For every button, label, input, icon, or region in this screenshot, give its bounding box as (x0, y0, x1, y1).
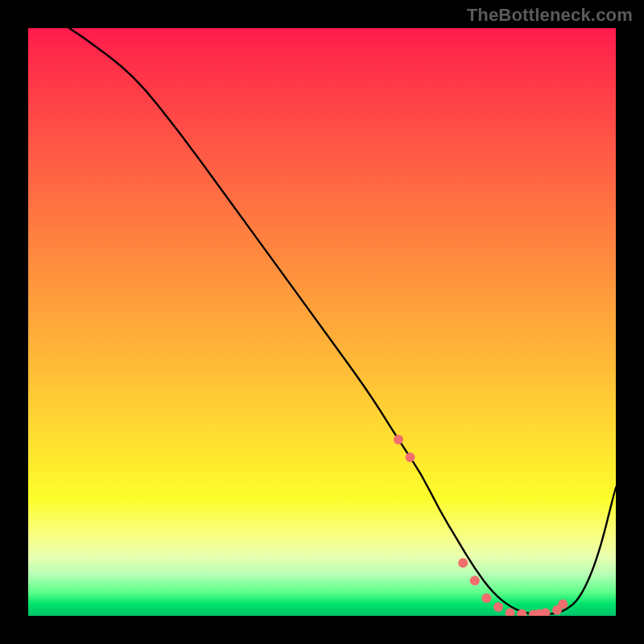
highlight-dot (558, 599, 568, 609)
bottleneck-curve-line (69, 28, 616, 614)
highlight-dot (540, 608, 550, 616)
highlight-dot (406, 452, 415, 462)
chart-frame: TheBottleneck.com (0, 0, 644, 644)
highlight-dot (506, 608, 515, 616)
highlight-dots-group (394, 435, 568, 616)
watermark-text: TheBottleneck.com (467, 5, 633, 26)
highlight-dot (458, 558, 468, 568)
highlight-dot (493, 602, 503, 612)
chart-svg (28, 28, 616, 616)
highlight-dot (481, 593, 491, 603)
highlight-dot (470, 576, 480, 585)
plot-area (28, 28, 616, 616)
highlight-dot (394, 435, 403, 444)
